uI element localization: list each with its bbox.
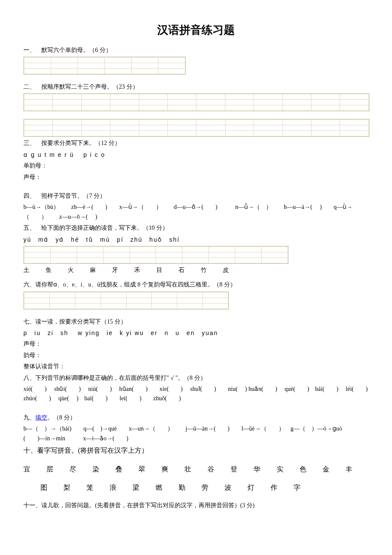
q5-char: 禾 (134, 266, 140, 275)
q9-link[interactable]: 填空 (35, 414, 47, 421)
q10-char: 色 (300, 464, 306, 475)
q3-letters: ɑ ɡ u t m e r ü p i c o (23, 150, 369, 159)
q10-char: 笼 (86, 482, 93, 493)
q7-label: 七、读一读，按要求分类写下（15 分） (23, 317, 369, 327)
q10-char: 染 (92, 464, 99, 475)
q5-writing-grid (23, 246, 288, 264)
q3-label: 三、 按要求分类写下来。（12 分） (23, 139, 369, 148)
q10-char: 灯 (248, 482, 254, 493)
q10-char: 勤 (179, 482, 185, 493)
q4-label: 四、 照样子写音节。（7 分） (23, 191, 369, 201)
q5-char: 麻 (90, 266, 96, 275)
q6-label: 六、请你帮ɑ、o、e、i、u、ü找朋友，组成 8 个复韵母写在四线三格里。（8 … (23, 280, 369, 289)
q5-pinyin: yú mɑ́ yɑ́ hé tǔ mù pí zhú huǒ shí (23, 235, 369, 244)
q7-subline-1: 声母： (23, 339, 369, 349)
q8-label: 八、下列音节的标调哪种是正确的，在后面的括号里打" √ "。（8 分） (23, 373, 369, 383)
q11-label: 十一、读儿歌，回答问题。(先看拼音，在拼音下写出对应的汉字，再用拼音回答）(3 … (23, 501, 369, 510)
q5-char-row: 土 鱼 火 麻 牙 禾 目 石 竹 皮 (23, 266, 369, 275)
q7-subline-2: 韵母： (23, 351, 369, 360)
q10-char: 字 (294, 482, 300, 493)
q10-char: 梁 (133, 482, 139, 493)
q10-char: 作 (271, 482, 277, 493)
q9-label-post: 。（8 分） (47, 414, 76, 421)
q5-char: 竹 (201, 266, 207, 275)
q10-char: 翠 (138, 464, 145, 475)
q10-char: 壮 (184, 464, 191, 475)
q5-char: 鱼 (46, 266, 52, 275)
q10-char: 燃 (156, 482, 162, 493)
q10-char: 丰 (346, 464, 352, 475)
q10-char: 浪 (110, 482, 116, 493)
q9-label-pre: 九、 (23, 414, 35, 421)
q5-char: 石 (179, 266, 184, 275)
q6-writing-grid (23, 292, 229, 309)
q9-content: b—（ ）→（bái) q—( )→què x—un→（ ） j—ü—àn→( … (23, 424, 369, 443)
q10-char: 华 (254, 464, 260, 475)
q2-label: 二、 按顺序默写二十三个声母。（23 分） (23, 82, 369, 92)
q10-char: 登 (231, 464, 237, 475)
q10-char: 实 (277, 464, 283, 475)
q10-char: 宜 (23, 464, 30, 475)
q10-char-row-1: 宜 层 尽 染 叠 翠 爽 壮 谷 登 华 实 色 金 丰 (23, 464, 369, 475)
q10-char: 层 (46, 464, 53, 475)
q4-content: b—ù→（bù） zh—è→( ) x—ǜ→（ ） d—u—ǒ→( ) n—ǚ→… (23, 202, 369, 222)
q1-writing-grid (23, 57, 186, 75)
q8-content: xié( ) shǔi( ) niú( ) hǔan( ) xíe( ) shu… (23, 384, 369, 404)
q7-letters: p iu zi sh w ying ie k yi wu er n u en y… (23, 328, 369, 338)
q5-label: 五、 给下面的字选择正确的读音，写下来。（10 分） (23, 223, 369, 233)
q10-label: 十、看字写拼音。(将拼音写在汉字上方） (23, 445, 369, 456)
q10-char: 谷 (208, 464, 214, 475)
q10-char-row-2: 图 梨 笼 浪 梁 燃 勤 劳 波 灯 作 字 (23, 482, 369, 493)
page-title: 汉语拼音练习题 (23, 21, 369, 39)
q2-writing-grid-2 (23, 119, 369, 137)
q3-subline-2: 声母： (23, 173, 369, 182)
q5-char: 皮 (223, 266, 229, 275)
q10-char: 波 (225, 482, 231, 493)
q1-label: 一、 默写六个单韵母。（6 分） (23, 46, 369, 55)
q10-char: 叠 (115, 464, 122, 475)
q10-char: 尽 (69, 464, 76, 475)
q10-char: 梨 (63, 482, 70, 493)
q9-label: 九、填空。（8 分） (23, 413, 369, 422)
q10-char: 金 (323, 464, 329, 475)
q2-writing-grid-1 (23, 93, 369, 111)
q5-char: 火 (68, 266, 74, 275)
q5-char: 土 (23, 266, 29, 275)
q10-char: 图 (40, 482, 47, 493)
q10-char: 劳 (202, 482, 208, 493)
q10-char: 爽 (161, 464, 168, 475)
q7-subline-3: 整体认读音节： (23, 362, 369, 371)
q3-subline-1: 单韵母： (23, 161, 369, 171)
q5-char: 牙 (112, 266, 118, 275)
q5-char: 目 (156, 266, 162, 275)
